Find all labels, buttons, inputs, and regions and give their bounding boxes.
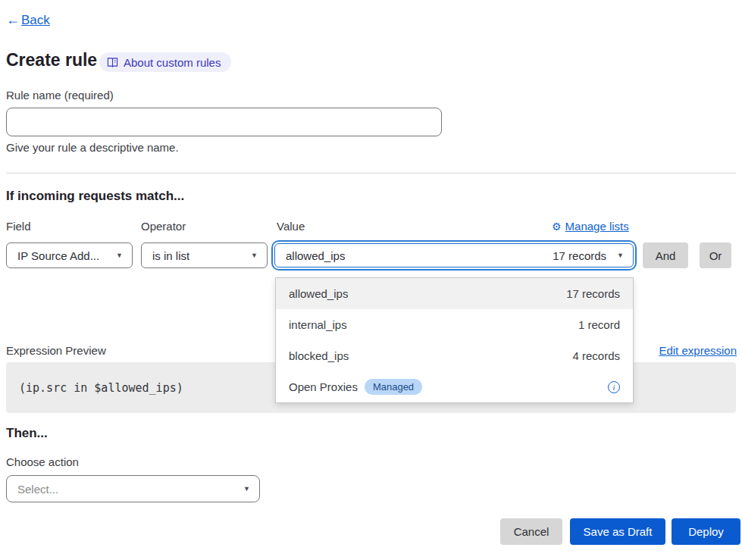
value-select-record-count: 17 records xyxy=(553,249,606,262)
manage-lists-label: Manage lists xyxy=(565,220,629,233)
gear-icon: ⚙ xyxy=(552,221,562,233)
list-name: blocked_ips xyxy=(289,349,349,362)
list-option-allowed-ips[interactable]: allowed_ips 17 records xyxy=(276,278,633,309)
operator-select[interactable]: is in list ▼ xyxy=(141,242,268,268)
chevron-down-icon: ▼ xyxy=(617,252,624,259)
field-select-value: IP Source Add... xyxy=(17,249,99,262)
book-icon xyxy=(107,57,118,67)
list-option-blocked-ips[interactable]: blocked_ips 4 records xyxy=(276,340,633,371)
choose-action-select[interactable]: Select... ▼ xyxy=(6,475,260,502)
list-record-count: 17 records xyxy=(566,287,620,300)
cancel-button[interactable]: Cancel xyxy=(500,518,562,545)
list-option-open-proxies[interactable]: Open Proxies Managed i xyxy=(276,371,633,402)
rule-name-helper: Give your rule a descriptive name. xyxy=(6,141,179,154)
chevron-down-icon: ▼ xyxy=(108,252,123,259)
about-badge-label: About custom rules xyxy=(124,56,221,69)
action-select-placeholder: Select... xyxy=(17,483,58,496)
page-title: Create rule xyxy=(6,50,97,70)
manage-lists-link[interactable]: ⚙ Manage lists xyxy=(552,220,629,233)
chevron-down-icon: ▼ xyxy=(236,485,250,493)
list-option-internal-ips[interactable]: internal_ips 1 record xyxy=(276,309,633,340)
field-label: Field xyxy=(6,220,31,233)
back-arrow-icon: ← xyxy=(6,12,20,28)
managed-badge: Managed xyxy=(365,379,422,395)
and-button[interactable]: And xyxy=(643,242,688,268)
about-custom-rules-link[interactable]: About custom rules xyxy=(99,52,231,72)
match-heading: If incoming requests match... xyxy=(6,189,184,204)
chevron-down-icon: ▼ xyxy=(243,252,258,259)
value-select[interactable]: allowed_ips 17 records ▼ xyxy=(274,243,634,267)
operator-select-value: is in list xyxy=(152,249,189,262)
list-record-count: 4 records xyxy=(572,349,620,362)
section-divider xyxy=(6,173,736,174)
list-name: Open Proxies xyxy=(289,380,358,393)
choose-action-label: Choose action xyxy=(6,455,79,468)
expression-preview-label: Expression Preview xyxy=(6,344,106,357)
or-button[interactable]: Or xyxy=(700,242,731,268)
value-label: Value xyxy=(277,220,305,233)
expression-code: (ip.src in $allowed_ips) xyxy=(19,381,183,395)
value-select-value: allowed_ips xyxy=(286,249,345,262)
list-record-count: 1 record xyxy=(578,318,620,331)
edit-expression-link[interactable]: Edit expression xyxy=(659,344,737,357)
list-name: allowed_ips xyxy=(289,287,348,300)
save-as-draft-button[interactable]: Save as Draft xyxy=(570,518,665,545)
then-heading: Then... xyxy=(6,426,48,441)
back-label: Back xyxy=(21,13,50,28)
lists-dropdown: allowed_ips 17 records internal_ips 1 re… xyxy=(275,277,634,403)
rule-name-input[interactable] xyxy=(6,108,442,136)
list-name: internal_ips xyxy=(289,318,347,331)
deploy-button[interactable]: Deploy xyxy=(672,518,740,545)
rule-name-label: Rule name (required) xyxy=(6,89,114,102)
operator-label: Operator xyxy=(141,220,186,233)
field-select[interactable]: IP Source Add... ▼ xyxy=(6,242,133,268)
create-rule-page: ←Back Create rule About custom rules Rul… xyxy=(0,0,742,560)
info-icon[interactable]: i xyxy=(608,381,620,393)
back-link[interactable]: ←Back xyxy=(6,12,50,28)
